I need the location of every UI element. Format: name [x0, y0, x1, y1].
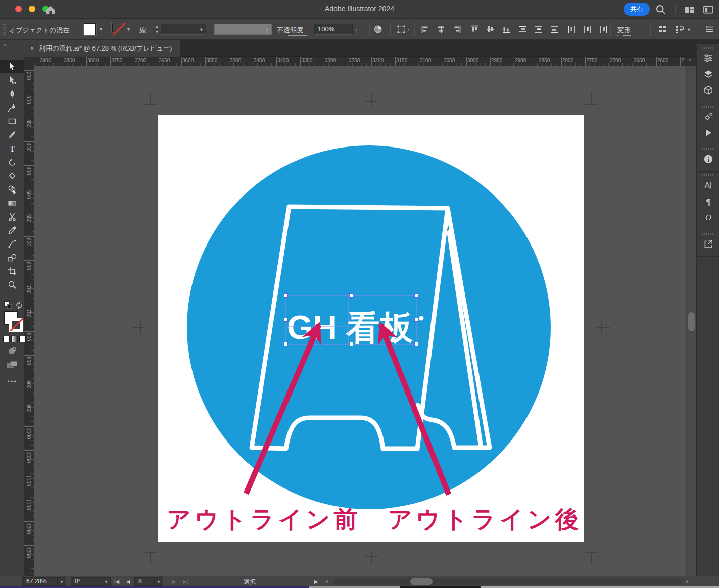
tool-selection[interactable]	[0, 60, 24, 73]
panel-actions-button[interactable]	[697, 110, 719, 126]
dist-v-center-button[interactable]	[533, 24, 545, 35]
fill-color-dropdown[interactable]: ▼	[97, 23, 105, 35]
tool-curvature[interactable]	[0, 101, 24, 114]
zoom-level-dropdown[interactable]: ▼	[57, 577, 66, 586]
stroke-color-dropdown[interactable]: ▼	[125, 23, 132, 35]
tool-zoom[interactable]	[0, 278, 24, 291]
scroll-right-icon[interactable]: ›	[686, 577, 688, 586]
tool-paintbrush[interactable]	[0, 128, 24, 141]
panel-actions-play-button[interactable]	[697, 126, 719, 142]
panel-layout-icon[interactable]	[702, 4, 714, 16]
tool-rotate[interactable]	[0, 155, 24, 169]
vertical-scrollbar-thumb[interactable]	[688, 312, 695, 331]
panel-character-button[interactable]: A	[697, 178, 719, 194]
grid-snap-icon[interactable]	[657, 24, 669, 35]
panel-libraries-button[interactable]	[697, 83, 719, 100]
dist-v-bottom-button[interactable]	[548, 24, 560, 35]
panel-properties-button[interactable]	[697, 51, 719, 67]
opacity-expand-button[interactable]: ›	[352, 24, 360, 36]
panel-export-button[interactable]	[697, 237, 719, 253]
fill-color-swatch[interactable]	[84, 23, 96, 35]
snap-options-dropdown[interactable]: ▼	[685, 24, 693, 36]
tool-shaper[interactable]	[0, 251, 24, 264]
search-icon[interactable]	[655, 4, 667, 16]
zoom-level-field[interactable]: 67.28%	[22, 577, 58, 586]
tool-pen[interactable]	[0, 87, 24, 101]
first-artboard-button[interactable]: |◀	[114, 577, 119, 586]
panel-paragraph-button[interactable]: ¶	[697, 194, 719, 211]
horizontal-scrollbar[interactable]	[333, 578, 683, 585]
screen-mode-icon[interactable]	[6, 360, 18, 372]
opacity-field[interactable]: 100%	[314, 24, 353, 35]
rotation-dropdown[interactable]: ▼	[102, 577, 111, 586]
workspace-switcher-icon[interactable]	[683, 4, 695, 16]
dist-h-right-button[interactable]	[597, 24, 609, 35]
edit-toolbar-icon[interactable]: •••	[0, 378, 24, 385]
none-swatch-mini[interactable]	[19, 336, 26, 342]
label-outline-before[interactable]: アウトライン前	[167, 506, 361, 532]
document-tab[interactable]: × 利用の流れ.ai* @ 67.28 % (RGB/プレビュー)	[24, 40, 180, 57]
toolbar-expand-icon[interactable]: »	[4, 42, 7, 48]
sign-text[interactable]: GH 看板	[287, 309, 413, 346]
vertical-scrollbar[interactable]	[686, 66, 696, 576]
label-outline-after[interactable]: アウトライン後	[388, 506, 583, 532]
tool-blend[interactable]	[0, 237, 24, 251]
control-bar-grip[interactable]	[3, 23, 6, 35]
panel-grip[interactable]	[702, 233, 713, 235]
ruler-collapse-button[interactable]: ^	[684, 57, 696, 66]
prev-artboard-button[interactable]: ◀	[126, 577, 130, 586]
tool-shape-builder[interactable]	[0, 182, 24, 196]
align-left-button[interactable]	[419, 24, 432, 35]
artboard-number-field[interactable]: 8	[134, 577, 155, 586]
close-tab-icon[interactable]: ×	[30, 44, 34, 52]
align-h-center-button[interactable]	[435, 24, 447, 35]
align-top-button[interactable]	[469, 24, 481, 35]
panel-grip[interactable]	[702, 148, 713, 150]
align-v-center-button[interactable]	[485, 24, 497, 35]
status-flyout-icon[interactable]: ▶	[314, 577, 318, 586]
menu-list-icon[interactable]	[703, 24, 715, 35]
artboard-number-dropdown[interactable]: ▼	[154, 577, 163, 586]
last-artboard-button[interactable]: ▶|	[183, 577, 188, 586]
tool-eyedropper[interactable]	[0, 223, 24, 237]
gradient-swatch-mini[interactable]	[11, 336, 18, 342]
swap-fill-stroke-icon[interactable]	[15, 301, 23, 311]
draw-mode-icon[interactable]	[7, 346, 17, 358]
tool-rectangle[interactable]	[0, 114, 24, 128]
transform-label[interactable]: 変形	[617, 26, 631, 36]
dist-h-center-button[interactable]	[582, 24, 594, 35]
stroke-swatch[interactable]	[9, 318, 23, 332]
tool-artboard[interactable]	[0, 264, 24, 278]
vertical-ruler[interactable]: 2503003504004505005506006507007508008509…	[24, 66, 34, 576]
width-profile-dropdown[interactable]: ▼	[263, 24, 271, 36]
opacity-label[interactable]: 不透明度 :	[277, 26, 307, 36]
color-swatch-mini[interactable]	[3, 336, 10, 342]
stroke-weight-dropdown[interactable]: ▼	[198, 24, 205, 36]
tool-direct-selection[interactable]	[0, 73, 24, 87]
horizontal-ruler[interactable]: 3900385038003750370036503600355035003450…	[34, 57, 684, 66]
default-fill-stroke-icon[interactable]	[4, 301, 12, 311]
panel-grip[interactable]	[702, 47, 713, 49]
snap-options-icon[interactable]	[674, 24, 686, 35]
tool-scissors[interactable]	[0, 210, 24, 223]
recolor-artwork-icon[interactable]	[372, 24, 384, 35]
next-artboard-button[interactable]: ▶	[172, 577, 176, 586]
panel-grip[interactable]	[702, 174, 713, 176]
panel-info-button[interactable]: i	[697, 152, 719, 168]
dist-h-left-button[interactable]	[566, 24, 578, 35]
align-right-button[interactable]	[451, 24, 463, 35]
tool-eraser[interactable]	[0, 169, 24, 182]
ruler-corner[interactable]	[24, 57, 34, 66]
bounding-box-icon[interactable]	[396, 24, 411, 35]
dist-v-top-button[interactable]	[517, 24, 529, 35]
share-button[interactable]: 共有	[624, 3, 650, 16]
panel-grip[interactable]	[702, 106, 713, 108]
text-port-handle[interactable]	[419, 316, 424, 321]
tool-gradient[interactable]	[0, 196, 24, 210]
scroll-left-icon[interactable]: ‹	[326, 577, 328, 586]
horizontal-scrollbar-thumb[interactable]	[410, 578, 433, 585]
stroke-color-swatch[interactable]	[112, 23, 113, 32]
rotation-field[interactable]: 0°	[71, 577, 102, 586]
panel-opentype-button[interactable]: O	[697, 211, 719, 227]
align-bottom-button[interactable]	[500, 24, 512, 35]
